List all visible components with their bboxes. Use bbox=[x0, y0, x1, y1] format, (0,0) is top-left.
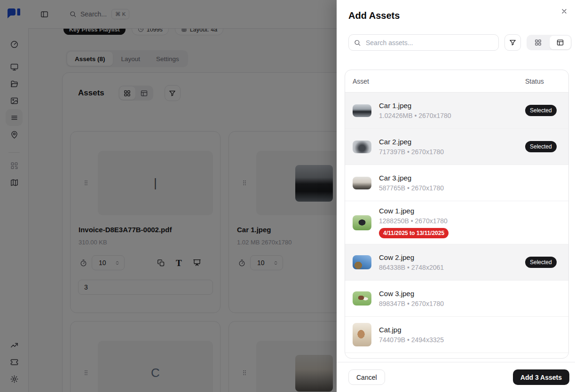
table-row[interactable]: Car 2.jpeg 717397B • 2670x1780 Selected bbox=[345, 129, 568, 165]
date-range-badge: 4/11/2025 to 13/11/2025 bbox=[379, 228, 449, 238]
table-row[interactable]: Cat.jpg 744079B • 2494x3325 bbox=[345, 317, 568, 353]
table-row[interactable]: Cow 2.jpeg 864338B • 2748x2061 Selected bbox=[345, 244, 568, 281]
asset-name: Cow 3.jpeg bbox=[379, 290, 525, 298]
cancel-button[interactable]: Cancel bbox=[348, 369, 385, 385]
asset-meta: 587765B • 2670x1780 bbox=[379, 184, 525, 192]
asset-thumbnail bbox=[353, 255, 371, 269]
assets-table: Asset Status Car 1.jpeg 1.02426MB • 2670… bbox=[345, 70, 569, 359]
asset-name: Cow 2.jpeg bbox=[379, 253, 525, 261]
panel-filter-button[interactable] bbox=[504, 34, 521, 51]
asset-meta: 717397B • 2670x1780 bbox=[379, 148, 525, 156]
asset-meta: 864338B • 2748x2061 bbox=[379, 264, 525, 271]
panel-table-view-button[interactable] bbox=[550, 36, 571, 49]
asset-thumbnail bbox=[353, 141, 371, 153]
asset-thumbnail bbox=[353, 104, 371, 117]
status-badge: Selected bbox=[525, 105, 557, 116]
status-badge: Selected bbox=[525, 141, 557, 152]
table-row[interactable]: Cow 1.jpeg 1288250B • 2670x1780 4/11/202… bbox=[345, 201, 568, 244]
column-header-asset: Asset bbox=[353, 78, 525, 85]
close-icon[interactable] bbox=[559, 7, 569, 16]
table-row[interactable]: Cow 3.jpeg 898347B • 2670x1780 bbox=[345, 281, 568, 317]
add-assets-panel: Add Assets Asset Status Car 1.jpeg 1.024… bbox=[337, 0, 575, 392]
asset-meta: 744079B • 2494x3325 bbox=[379, 336, 525, 344]
asset-meta: 1288250B • 2670x1780 bbox=[379, 217, 525, 225]
asset-search-input[interactable] bbox=[365, 39, 494, 47]
asset-name: Cow 1.jpeg bbox=[379, 207, 525, 215]
asset-name: Car 2.jpeg bbox=[379, 138, 525, 146]
status-badge: Selected bbox=[525, 257, 557, 268]
table-header: Asset Status bbox=[345, 70, 568, 93]
asset-search-box bbox=[348, 34, 499, 51]
add-assets-button[interactable]: Add 3 Assets bbox=[513, 369, 569, 385]
table-row[interactable]: Car 3.jpeg 587765B • 2670x1780 bbox=[345, 165, 568, 201]
asset-name: Car 3.jpeg bbox=[379, 174, 525, 182]
panel-footer: Cancel Add 3 Assets bbox=[337, 362, 575, 392]
asset-thumbnail bbox=[353, 177, 371, 189]
asset-name: Cat.jpg bbox=[379, 326, 525, 334]
asset-meta: 898347B • 2670x1780 bbox=[379, 300, 525, 307]
asset-thumbnail bbox=[353, 291, 371, 306]
asset-thumbnail bbox=[353, 215, 371, 230]
panel-grid-view-button[interactable] bbox=[528, 36, 549, 49]
table-row[interactable]: Car 1.jpeg 1.02426MB • 2670x1780 Selecte… bbox=[345, 93, 568, 129]
search-icon bbox=[354, 39, 361, 47]
asset-thumbnail bbox=[353, 323, 371, 346]
column-header-status: Status bbox=[525, 78, 561, 85]
asset-name: Car 1.jpeg bbox=[379, 102, 525, 110]
asset-meta: 1.02426MB • 2670x1780 bbox=[379, 112, 525, 119]
table-body: Car 1.jpeg 1.02426MB • 2670x1780 Selecte… bbox=[345, 93, 568, 353]
panel-title: Add Assets bbox=[348, 10, 400, 21]
panel-view-toggle bbox=[527, 35, 572, 50]
